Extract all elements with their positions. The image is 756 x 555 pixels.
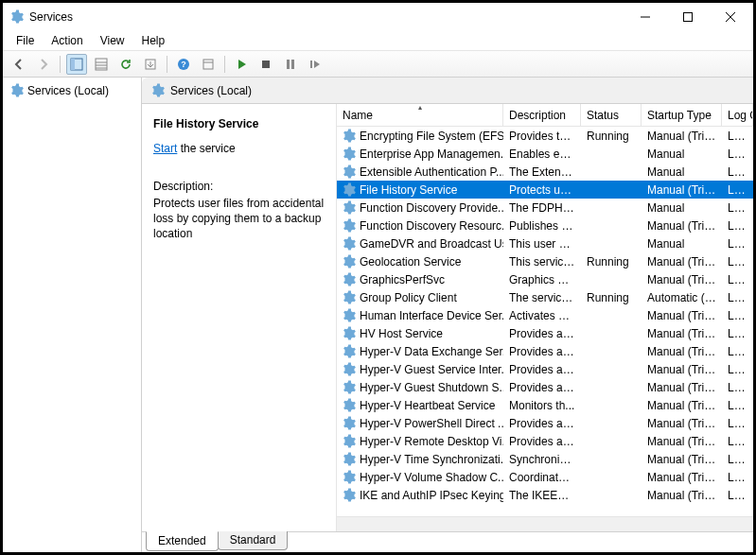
- table-row[interactable]: IKE and AuthIP IPsec Keying...The IKEEXT…: [337, 486, 753, 504]
- show-hide-tree-button[interactable]: [66, 54, 87, 75]
- service-logon-cell: Loca: [722, 453, 753, 466]
- back-button[interactable]: [9, 54, 29, 75]
- table-row[interactable]: Hyper-V Data Exchange Ser...Provides a .…: [337, 342, 753, 360]
- services-list: ▴ Name Description Status Startup Type L…: [336, 104, 753, 531]
- service-desc-cell: Provides an ...: [503, 327, 581, 340]
- tree-pane: Services (Local): [3, 78, 142, 552]
- tree-root-node[interactable]: Services (Local): [5, 81, 139, 100]
- service-desc-cell: Activates an...: [503, 309, 581, 322]
- service-startup-cell: Manual (Trig...: [642, 255, 722, 269]
- service-desc-cell: Provides a ...: [503, 345, 581, 358]
- minimize-button[interactable]: [624, 4, 666, 30]
- service-status-cell: Running: [581, 255, 642, 269]
- menu-view[interactable]: View: [93, 33, 132, 48]
- service-logon-cell: Loca: [722, 165, 753, 179]
- column-status[interactable]: Status: [581, 104, 642, 126]
- column-description[interactable]: Description: [503, 104, 581, 126]
- table-row[interactable]: Enterprise App Managemen...Enables ent..…: [337, 145, 753, 163]
- list-body[interactable]: Encrypting File System (EFS)Provides th.…: [337, 127, 753, 516]
- forward-button[interactable]: [33, 54, 54, 75]
- service-desc-cell: Provides a p...: [503, 435, 581, 448]
- service-startup-cell: Manual (Trig...: [642, 453, 722, 466]
- service-startup-cell: Manual (Trig...: [642, 399, 722, 412]
- services-window: Services File Action View Help ?: [0, 0, 756, 555]
- table-row[interactable]: Function Discovery Provide...The FDPHO..…: [337, 199, 753, 217]
- service-desc-cell: The service i...: [503, 291, 581, 304]
- gear-icon: [341, 254, 356, 269]
- service-name-cell: Hyper-V Guest Shutdown S...: [360, 381, 503, 394]
- service-startup-cell: Manual (Trig...: [642, 417, 722, 430]
- column-name[interactable]: ▴ Name: [337, 104, 503, 126]
- column-startup-type[interactable]: Startup Type: [642, 104, 722, 126]
- menu-help[interactable]: Help: [134, 33, 173, 48]
- list-header: ▴ Name Description Status Startup Type L…: [337, 104, 753, 127]
- close-button[interactable]: [709, 4, 751, 30]
- table-row[interactable]: Hyper-V Remote Desktop Vi...Provides a p…: [337, 432, 753, 450]
- table-row[interactable]: GameDVR and Broadcast Us...This user ser…: [337, 234, 753, 252]
- service-name-cell: Hyper-V PowerShell Direct ...: [360, 417, 503, 430]
- gear-icon: [341, 182, 356, 198]
- description-label: Description:: [153, 179, 325, 194]
- maximize-button[interactable]: [666, 4, 709, 30]
- start-service-link[interactable]: Start: [153, 142, 177, 155]
- refresh-button[interactable]: [115, 54, 136, 75]
- table-row[interactable]: Hyper-V Volume Shadow C...Coordinates...…: [337, 468, 753, 486]
- table-row[interactable]: Group Policy ClientThe service i...Runni…: [337, 288, 753, 306]
- service-name-cell: Hyper-V Heartbeat Service: [360, 399, 495, 412]
- table-row[interactable]: Hyper-V Time Synchronizati...Synchronize…: [337, 450, 753, 468]
- service-name-cell: File History Service: [360, 183, 457, 197]
- table-row[interactable]: GraphicsPerfSvcGraphics pe...Manual (Tri…: [337, 270, 753, 288]
- gear-icon: [341, 344, 356, 359]
- horizontal-scrollbar[interactable]: [337, 516, 753, 531]
- restart-service-button[interactable]: [305, 54, 325, 75]
- details-pane-button[interactable]: [91, 54, 112, 75]
- service-desc-cell: Provides th...: [503, 130, 581, 143]
- service-logon-cell: Loca: [722, 255, 753, 269]
- services-icon: [149, 83, 165, 98]
- properties-button[interactable]: [198, 54, 219, 75]
- service-desc-cell: The Extensi...: [503, 165, 581, 179]
- service-logon-cell: Loca: [722, 381, 753, 394]
- table-row[interactable]: Human Interface Device Ser...Activates a…: [337, 306, 753, 324]
- table-row[interactable]: Hyper-V PowerShell Direct ...Provides a …: [337, 414, 753, 432]
- table-row[interactable]: HV Host ServiceProvides an ...Manual (Tr…: [337, 324, 753, 342]
- help-button[interactable]: ?: [173, 54, 194, 75]
- service-name-cell: Geolocation Service: [360, 255, 461, 269]
- service-status-cell: Running: [581, 291, 642, 304]
- menu-file[interactable]: File: [9, 33, 42, 48]
- service-desc-cell: Publishes th...: [503, 219, 581, 233]
- table-row[interactable]: Hyper-V Guest Service Inter...Provides a…: [337, 360, 753, 378]
- export-list-button[interactable]: [140, 54, 161, 75]
- tab-extended[interactable]: Extended: [146, 531, 219, 551]
- menu-action[interactable]: Action: [44, 33, 90, 48]
- gear-icon: [341, 362, 356, 377]
- start-service-suffix: the service: [177, 142, 235, 155]
- service-desc-cell: Provides a ...: [503, 417, 581, 430]
- table-row[interactable]: Extensible Authentication P...The Extens…: [337, 163, 753, 181]
- svg-rect-12: [262, 61, 270, 68]
- stop-service-button[interactable]: [255, 54, 276, 75]
- service-desc-cell: Monitors th...: [503, 399, 581, 412]
- tab-standard[interactable]: Standard: [218, 531, 289, 550]
- table-row[interactable]: Geolocation ServiceThis service ...Runni…: [337, 252, 753, 270]
- service-desc-cell: Provides a ...: [503, 381, 581, 394]
- table-row[interactable]: Hyper-V Guest Shutdown S...Provides a ..…: [337, 378, 753, 396]
- service-name-cell: Hyper-V Guest Service Inter...: [360, 363, 503, 376]
- svg-text:?: ?: [181, 60, 186, 69]
- service-logon-cell: Loca: [722, 219, 753, 233]
- description-text: Protects user files from accidental loss…: [153, 196, 325, 242]
- table-row[interactable]: Function Discovery Resourc...Publishes t…: [337, 217, 753, 234]
- column-log-on-as[interactable]: Log On As: [722, 104, 753, 126]
- pause-service-button[interactable]: [280, 54, 301, 75]
- service-name-cell: Hyper-V Data Exchange Ser...: [360, 345, 503, 358]
- svg-rect-2: [71, 59, 75, 70]
- table-row[interactable]: Hyper-V Heartbeat ServiceMonitors th...M…: [337, 396, 753, 414]
- gear-icon: [341, 290, 356, 305]
- service-startup-cell: Manual (Trig...: [642, 345, 722, 358]
- service-name-cell: HV Host Service: [360, 327, 443, 340]
- start-service-button[interactable]: [231, 54, 252, 75]
- table-row[interactable]: Encrypting File System (EFS)Provides th.…: [337, 127, 753, 145]
- table-row[interactable]: File History ServiceProtects use...Manua…: [337, 181, 753, 199]
- service-desc-cell: Synchronize...: [503, 453, 581, 466]
- service-name-cell: Encrypting File System (EFS): [360, 130, 503, 143]
